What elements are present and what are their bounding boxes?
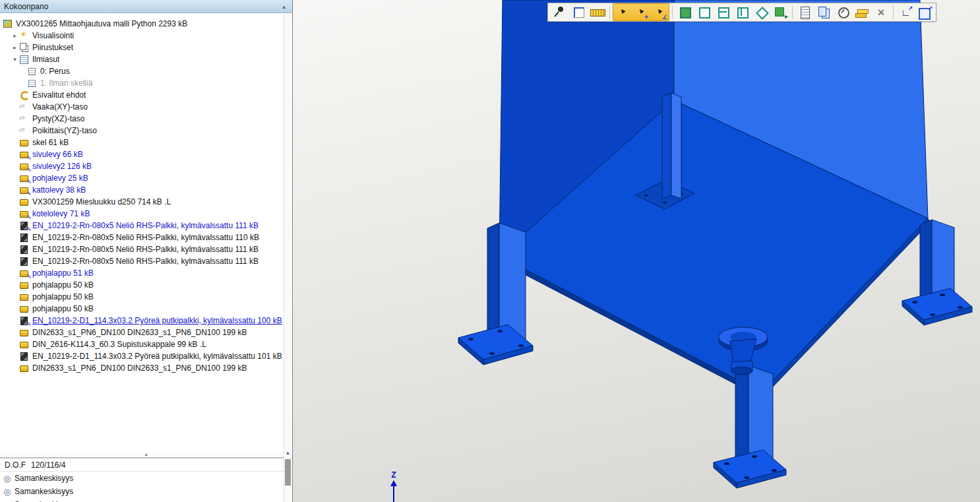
constraint-row[interactable]: Samankeskisyys xyxy=(0,485,292,498)
beam-icon xyxy=(19,352,29,361)
model-canvas[interactable] xyxy=(293,0,980,502)
tree-item[interactable]: skel 61 kB xyxy=(0,137,292,148)
rotate-view-icon[interactable] xyxy=(834,4,852,20)
toolbar-separator xyxy=(672,6,673,19)
tree-item[interactable]: EN_10219-2-D1_114.3x03.2 Pyöreä putkipal… xyxy=(0,350,292,362)
snap-point-icon[interactable] xyxy=(613,4,632,20)
tree-item-label: DIN_2616-K114.3_60.3 Supistuskappale 99 … xyxy=(32,340,206,349)
z-axis-line xyxy=(393,486,394,502)
tree-item-label: skel 61 kB xyxy=(32,138,69,147)
bolt-hole xyxy=(497,330,503,332)
toolbar-separator xyxy=(792,6,793,19)
tree-item[interactable]: EN_10219-2-Rn-080x5 Neliö RHS-Palkki, ky… xyxy=(0,255,292,267)
collapse-arrow-icon[interactable]: ▾ xyxy=(11,53,19,65)
tree-item[interactable]: EN_10219-2-Rn-080x5 Neliö RHS-Palkki, ky… xyxy=(0,232,292,243)
tree-item-label: EN_10219-2-D1_114.3x03.2 Pyöreä putkipal… xyxy=(32,352,282,361)
tree-item[interactable]: pohjalevy 25 kB xyxy=(0,172,292,184)
splitter-collapse-icon[interactable]: ▴ xyxy=(144,451,147,457)
bolt-hole xyxy=(752,455,757,458)
tree-item[interactable]: 0: Perus xyxy=(0,65,292,77)
scroll-up-icon[interactable]: ▲ xyxy=(284,450,291,456)
export-view-icon[interactable] xyxy=(915,4,934,20)
constraint-row[interactable]: Samankeskisyys xyxy=(0,498,292,502)
tree-item[interactable]: kattolevy 38 kB xyxy=(0,184,292,196)
wireframe-view-icon[interactable] xyxy=(694,4,713,20)
part-icon xyxy=(19,185,29,195)
tree-item-label: pohjalappu 50 kB xyxy=(32,292,94,301)
tree-item-label: DIN2633_s1_PN6_DN100 DIN2633_s1_PN6_DN10… xyxy=(32,328,247,337)
expand-arrow-icon[interactable]: ▸ xyxy=(11,30,19,42)
expand-arrow-icon[interactable]: ▸ xyxy=(11,42,19,53)
tree-item-label: pohjalevy 25 kB xyxy=(32,173,88,183)
ruler-icon[interactable] xyxy=(588,4,607,20)
tree-item[interactable]: ▾Ilmiasut xyxy=(0,53,292,65)
panel-title-bar[interactable]: Kokoonpano ▴ xyxy=(0,0,292,13)
assembly-icon xyxy=(3,19,13,28)
model-leg-front-left[interactable] xyxy=(458,223,533,365)
tree-item[interactable]: sivulevy2 126 kB xyxy=(0,160,292,172)
tree-item[interactable]: pohjalappu 51 kB xyxy=(0,267,292,279)
3d-viewport[interactable]: Z xyxy=(293,0,980,502)
viewport-toolbar xyxy=(547,3,936,22)
tree-item[interactable]: VX3001259 Miesluukku d250 714 kB .L xyxy=(0,196,292,208)
tree-item[interactable]: DIN2633_s1_PN6_DN100 DIN2633_s1_PN6_DN10… xyxy=(0,362,292,374)
solid-fill-view-icon[interactable] xyxy=(675,4,694,20)
z-axis-label: Z xyxy=(384,470,404,480)
snap-line-icon[interactable] xyxy=(632,4,650,20)
splitter[interactable]: ▴ xyxy=(0,451,292,458)
bolt-hole xyxy=(644,194,648,196)
tree-item[interactable]: ▸Visualisointi xyxy=(0,30,292,42)
tree-item[interactable]: Esivalitut ehdot xyxy=(0,89,292,101)
part-icon xyxy=(19,268,29,278)
tree-item[interactable]: pohjalappu 50 kB xyxy=(0,303,292,315)
delete-icon[interactable] xyxy=(872,4,890,20)
tree-item[interactable]: 1: Ilman skelliä xyxy=(0,77,292,89)
constraint-label: Samankeskisyys xyxy=(15,487,73,496)
assembly-tree[interactable]: VX3001265 Mittaohjautuva malli Python 22… xyxy=(0,13,292,451)
hidden-line-view-icon[interactable] xyxy=(714,4,732,20)
capture-region-icon[interactable] xyxy=(569,4,588,20)
tree-item[interactable]: ▸Piirustukset xyxy=(0,42,292,53)
tree-item[interactable]: DIN2633_s1_PN6_DN100 DIN2633_s1_PN6_DN10… xyxy=(0,327,292,338)
scrollbar-thumb[interactable] xyxy=(285,459,291,486)
dof-label: D.O.F xyxy=(5,460,26,470)
tree-item[interactable]: kotelolevy 71 kB xyxy=(0,208,292,220)
coordinate-axes-icon[interactable] xyxy=(896,4,915,20)
tree-item[interactable]: pohjalappu 50 kB xyxy=(0,291,292,303)
tree-item-label: pohjalappu 50 kB xyxy=(32,280,94,290)
isometric-view-icon[interactable] xyxy=(752,4,770,20)
tree-item[interactable]: Poikittais(YZ)-taso xyxy=(0,125,292,137)
tree-item[interactable]: EN_10219-2-Rn-080x5 Neliö RHS-Palkki, ky… xyxy=(0,243,292,255)
constraint-list[interactable]: SamankeskisyysSamankeskisyysSamankeskisy… xyxy=(0,472,292,502)
bolt-hole xyxy=(930,313,935,316)
tree-item[interactable]: pohjalappu 50 kB xyxy=(0,279,292,291)
model-corner-post[interactable] xyxy=(662,93,681,199)
part-icon xyxy=(19,280,29,290)
snap-angle-icon[interactable] xyxy=(650,4,669,20)
sun-icon xyxy=(19,31,29,40)
tree-item-label: pohjalappu 50 kB xyxy=(32,304,94,313)
part-icon xyxy=(19,209,29,218)
shaded-view-icon[interactable] xyxy=(733,4,751,20)
bolt-hole xyxy=(663,201,667,203)
tree-item[interactable]: EN_10219-2-D1_114.3x03.2 Pyöreä putkipal… xyxy=(0,315,292,327)
layers-icon[interactable] xyxy=(853,4,871,20)
panel-scrollbar[interactable]: ▲ xyxy=(284,13,291,502)
tree-item-label: VX3001265 Mittaohjautuva malli Python 22… xyxy=(16,19,187,28)
tree-item[interactable]: Pysty(XZ)-taso xyxy=(0,113,292,125)
orient-view-icon[interactable] xyxy=(771,4,789,20)
tree-item-label: kattolevy 38 kB xyxy=(32,185,86,195)
tree-item-label: 1: Ilman skelliä xyxy=(40,78,92,88)
part-icon xyxy=(19,292,29,301)
tree-item[interactable]: Vaaka(XY)-taso xyxy=(0,101,292,113)
feature-list-icon[interactable] xyxy=(795,4,814,20)
tree-item[interactable]: DIN_2616-K114.3_60.3 Supistuskappale 99 … xyxy=(0,338,292,350)
tree-item[interactable]: sivulevy 66 kB xyxy=(0,148,292,160)
panel-collapse-icon[interactable]: ▴ xyxy=(280,3,288,10)
tree-item-label: EN_10219-2-Rn-080x5 Neliö RHS-Palkki, ky… xyxy=(32,233,259,242)
constraint-row[interactable]: Samankeskisyys xyxy=(0,472,292,485)
copy-view-icon[interactable] xyxy=(814,4,833,20)
tree-item[interactable]: VX3001265 Mittaohjautuva malli Python 22… xyxy=(0,18,292,30)
pushpin-icon[interactable] xyxy=(550,4,568,20)
tree-item[interactable]: EN_10219-2-Rn-080x5 Neliö RHS-Palkki, ky… xyxy=(0,220,292,232)
